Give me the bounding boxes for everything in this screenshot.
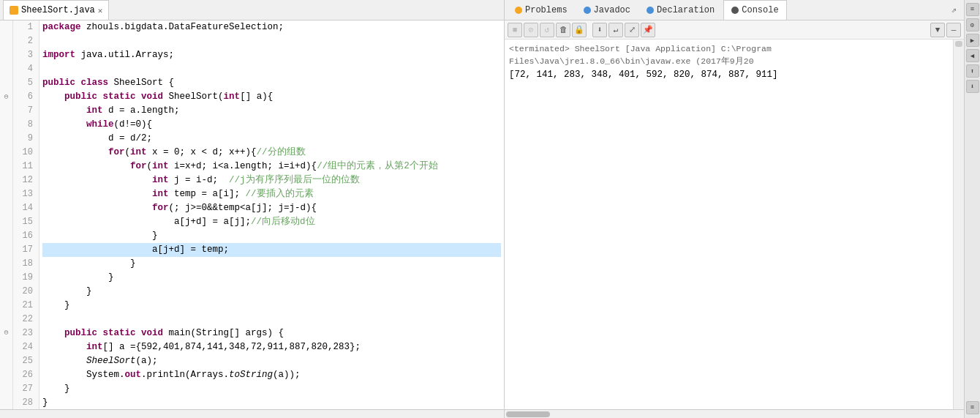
minimize-btn[interactable]: — <box>946 23 961 37</box>
main-container: SheelSort.java ✕ ⊖⊖ 12345678910111213141… <box>0 0 980 418</box>
code-line-17[interactable]: a[j+d] = temp; <box>42 243 501 257</box>
tab-label-console: Console <box>742 5 778 15</box>
disconnect-btn[interactable]: ⊘ <box>524 23 538 37</box>
gutter-line-6[interactable]: ⊖ <box>0 90 12 104</box>
code-line-7[interactable]: int d = a.length; <box>42 104 501 118</box>
tab-javadoc[interactable]: Javadoc <box>576 0 638 20</box>
code-line-2[interactable] <box>42 34 501 48</box>
line-number-27: 27 <box>19 382 33 396</box>
line-number-15: 15 <box>19 215 33 229</box>
open-console-btn[interactable]: ⤢ <box>625 23 639 37</box>
code-line-9[interactable]: d = d/2; <box>42 132 501 146</box>
code-line-27[interactable]: } <box>42 382 501 396</box>
gutter-line-4 <box>0 62 12 76</box>
line-number-7: 7 <box>19 104 33 118</box>
editor-tab-bar: SheelSort.java ✕ <box>0 0 504 20</box>
line-number-20: 20 <box>19 285 33 299</box>
side-btn-2[interactable]: ⚙ <box>966 18 979 31</box>
code-line-12[interactable]: int j = i-d; //j为有序序列最后一位的位数 <box>42 173 501 187</box>
code-line-25[interactable]: SheelSort(a); <box>42 354 501 368</box>
line-number-16: 16 <box>19 229 33 243</box>
gutter-line-13 <box>0 187 12 201</box>
tab-label-javadoc: Javadoc <box>594 5 630 15</box>
clear-btn[interactable]: 🗑 <box>556 23 570 37</box>
doc-icon <box>584 7 591 14</box>
code-line-18[interactable]: } <box>42 257 501 271</box>
side-btn-6[interactable]: ⬇ <box>966 80 979 93</box>
code-line-28[interactable]: } <box>42 396 501 409</box>
gutter-line-2 <box>0 34 12 48</box>
terminate-btn[interactable]: ■ <box>508 23 522 37</box>
gutter-line-5 <box>0 76 12 90</box>
line-number-12: 12 <box>19 173 33 187</box>
word-wrap-btn[interactable]: ↵ <box>608 23 623 37</box>
code-line-15[interactable]: a[j+d] = a[j];//向后移动d位 <box>42 215 501 229</box>
line-number-21: 21 <box>19 299 33 313</box>
line-number-19: 19 <box>19 271 33 285</box>
gutter-line-19 <box>0 270 12 284</box>
code-line-16[interactable]: } <box>42 229 501 243</box>
gutter-area: ⊖⊖ <box>0 20 13 409</box>
code-line-10[interactable]: for(int x = 0; x < d; x++){//分的组数 <box>42 146 501 160</box>
code-line-21[interactable]: } <box>42 299 501 313</box>
line-number-22: 22 <box>19 313 33 326</box>
line-number-6: 6 <box>19 90 33 104</box>
code-line-5[interactable]: public class SheelSort { <box>42 76 501 90</box>
relaunch-btn[interactable]: ↺ <box>540 23 554 37</box>
side-btn-5[interactable]: ⬆ <box>966 64 979 78</box>
side-btn-4[interactable]: ◀ <box>966 49 979 62</box>
console-minimize-btn[interactable]: ⇗ <box>947 4 961 15</box>
line-number-14: 14 <box>19 201 33 215</box>
console-scrollbar[interactable] <box>953 40 964 409</box>
editor-bottom-scrollbar <box>0 409 504 418</box>
code-line-24[interactable]: int[] a ={592,401,874,141,348,72,911,887… <box>42 340 501 354</box>
side-btn-3[interactable]: ▶ <box>966 34 979 47</box>
view-menu-btn[interactable]: ▼ <box>930 23 945 37</box>
code-line-20[interactable]: } <box>42 285 501 299</box>
scrollbar-thumb <box>506 411 550 417</box>
line-number-1: 1 <box>19 20 33 34</box>
gutter-line-8 <box>0 118 12 132</box>
tab-console[interactable]: Console <box>723 0 786 20</box>
scroll-lock-btn[interactable]: 🔒 <box>572 23 587 37</box>
code-line-8[interactable]: while(d!=0){ <box>42 118 501 132</box>
line-number-3: 3 <box>19 48 33 62</box>
warning-icon <box>515 7 522 14</box>
console-terminated-text: <terminated> SheelSort [Java Application… <box>509 42 949 68</box>
code-line-11[interactable]: for(int i=x+d; i<a.length; i=i+d){//组中的元… <box>42 160 501 173</box>
pin-btn[interactable]: 📌 <box>641 23 655 37</box>
code-line-4[interactable] <box>42 62 501 76</box>
code-lines[interactable]: package zhouls.bigdata.DataFeatureSelect… <box>39 20 504 409</box>
line-number-4: 4 <box>19 62 33 76</box>
console-h-scrollbar[interactable] <box>505 409 964 418</box>
code-line-13[interactable]: int temp = a[i]; //要插入的元素 <box>42 187 501 201</box>
editor-tab-label: SheelSort.java <box>21 5 95 15</box>
side-btn-1[interactable]: ≡ <box>966 3 979 16</box>
tab-label-declaration: Declaration <box>657 5 715 15</box>
gutter-line-7 <box>0 104 12 118</box>
decl-icon <box>647 7 654 14</box>
code-line-23[interactable]: public static void main(String[] args) { <box>42 326 501 340</box>
gutter-line-23[interactable]: ⊖ <box>0 326 12 340</box>
side-btn-bottom[interactable]: ≡ <box>966 401 979 414</box>
scroll-end-btn[interactable]: ⬇ <box>592 23 607 37</box>
line-number-13: 13 <box>19 187 33 201</box>
code-line-26[interactable]: System.out.println(Arrays.toString(a)); <box>42 368 501 382</box>
editor-tab-close[interactable]: ✕ <box>98 6 103 15</box>
editor-panel: SheelSort.java ✕ ⊖⊖ 12345678910111213141… <box>0 0 505 418</box>
code-area: ⊖⊖ 1234567891011121314151617181920212223… <box>0 20 504 409</box>
code-line-19[interactable]: } <box>42 271 501 285</box>
gutter-line-11 <box>0 160 12 173</box>
gutter-line-14 <box>0 201 12 215</box>
line-number-5: 5 <box>19 76 33 90</box>
code-line-3[interactable]: import java.util.Arrays; <box>42 48 501 62</box>
editor-tab[interactable]: SheelSort.java ✕ <box>3 0 109 20</box>
code-line-6[interactable]: public static void SheelSort(int[] a){ <box>42 90 501 104</box>
line-numbers: 1234567891011121314151617181920212223242… <box>13 20 39 409</box>
line-number-25: 25 <box>19 354 33 368</box>
tab-problems[interactable]: Problems <box>508 0 575 20</box>
code-line-14[interactable]: for(; j>=0&&temp<a[j]; j=j-d){ <box>42 201 501 215</box>
tab-declaration[interactable]: Declaration <box>639 0 722 20</box>
code-line-1[interactable]: package zhouls.bigdata.DataFeatureSelect… <box>42 20 501 34</box>
code-line-22[interactable] <box>42 313 501 326</box>
